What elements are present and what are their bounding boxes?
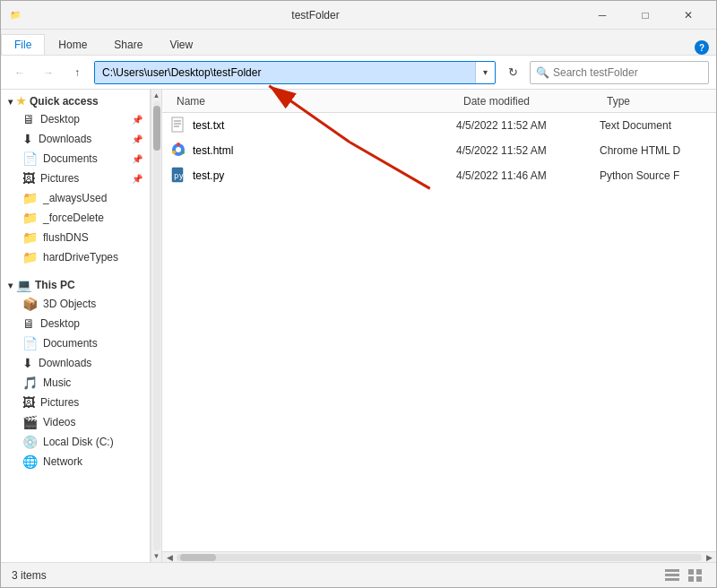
close-button[interactable]: ✕: [668, 1, 709, 30]
sidebar-item-downloads-quick[interactable]: ⬇ Downloads 📌: [1, 129, 150, 149]
file-type-html: Chrome HTML D: [600, 144, 716, 157]
tab-share[interactable]: Share: [100, 34, 156, 55]
search-input[interactable]: [553, 66, 703, 79]
ribbon-tabs: File Home Share View ?: [1, 30, 716, 55]
scroll-up-button[interactable]: ▲: [153, 91, 160, 99]
details-view-button[interactable]: [662, 566, 682, 585]
large-icons-view-button[interactable]: [686, 566, 705, 585]
explorer-window: 📁 testFolder ─ □ ✕ File Home Share View …: [0, 0, 717, 588]
svg-point-5: [176, 147, 181, 152]
sidebar-item-flushdns[interactable]: 📁 flushDNS: [1, 228, 150, 247]
file-type-txt: Text Document: [600, 119, 716, 132]
svg-rect-0: [172, 117, 183, 132]
sidebar-item-localdisk[interactable]: 💿 Local Disk (C:): [1, 432, 150, 452]
file-date-py: 4/5/2022 11:46 AM: [456, 169, 600, 182]
sidebar-item-desktop-pc[interactable]: 🖥 Desktop: [1, 314, 150, 333]
table-row[interactable]: test.html 4/5/2022 11:52 AM Chrome HTML …: [162, 138, 716, 163]
pictures-icon: 🖼: [22, 171, 35, 186]
horizontal-scrollbar[interactable]: ◀ ▶: [162, 551, 716, 562]
file-date-txt: 4/5/2022 11:52 AM: [456, 119, 600, 132]
col-header-name[interactable]: Name: [169, 95, 456, 108]
h-scroll-left[interactable]: ◀: [164, 552, 175, 562]
table-row[interactable]: test.txt 4/5/2022 11:52 AM Text Document: [162, 113, 716, 138]
view-controls: [662, 566, 705, 585]
svg-rect-17: [696, 576, 702, 582]
svg-rect-15: [696, 569, 702, 575]
sidebar-item-documents-pc[interactable]: 📄 Documents: [1, 333, 150, 353]
file-icon-html: [169, 142, 187, 160]
folder-icon-3: 📁: [22, 230, 38, 245]
sidebar-item-documents-quick[interactable]: 📄 Documents 📌: [1, 149, 150, 169]
forward-button[interactable]: →: [37, 61, 60, 84]
downloads-icon: ⬇: [22, 132, 33, 146]
help-icon[interactable]: ?: [695, 40, 709, 55]
svg-rect-14: [688, 569, 694, 575]
back-button[interactable]: ←: [8, 61, 31, 84]
file-name-py: test.py: [187, 169, 456, 182]
sidebar-item-pictures-quick[interactable]: 🖼 Pictures 📌: [1, 169, 150, 188]
folder-icon-4: 📁: [22, 250, 38, 264]
this-pc-header[interactable]: ▾ 💻 This PC: [1, 272, 150, 294]
file-name-txt: test.txt: [187, 119, 456, 132]
title-bar-controls: ─ □ ✕: [582, 1, 709, 30]
h-scroll-thumb[interactable]: [180, 554, 216, 561]
sidebar-item-downloads-pc[interactable]: ⬇ Downloads: [1, 353, 150, 373]
tab-file[interactable]: File: [1, 34, 45, 55]
svg-point-8: [172, 151, 176, 154]
sidebar-item-3dobjects[interactable]: 📦 3D Objects: [1, 294, 150, 314]
sidebar-item-alwaysused[interactable]: 📁 _alwaysUsed: [1, 188, 150, 208]
localdisk-icon: 💿: [22, 435, 38, 449]
search-icon: 🔍: [536, 66, 549, 79]
sidebar-scrollbar[interactable]: ▲ ▼: [151, 90, 161, 562]
sidebar-item-network[interactable]: 🌐 Network: [1, 452, 150, 471]
tab-home[interactable]: Home: [45, 34, 100, 55]
scroll-down-button[interactable]: ▼: [153, 552, 160, 560]
window-icon: 📁: [8, 8, 22, 22]
search-box: 🔍: [530, 61, 709, 84]
address-row: ← → ↑ C:\Users\user\Desktop\testFolder ▾…: [1, 56, 716, 90]
svg-rect-12: [665, 574, 679, 576]
pictures-pc-icon: 🖼: [22, 395, 35, 410]
col-header-type[interactable]: Type: [600, 95, 716, 108]
sidebar-item-videos[interactable]: 🎬 Videos: [1, 412, 150, 432]
downloads-pc-icon: ⬇: [22, 356, 33, 370]
sidebar-item-forcedelete[interactable]: 📁 _forceDelete: [1, 208, 150, 228]
pin-icon-pic: 📌: [132, 174, 143, 184]
svg-rect-11: [665, 569, 679, 572]
h-scroll-right[interactable]: ▶: [704, 552, 714, 562]
maximize-button[interactable]: □: [625, 1, 666, 30]
sidebar-item-desktop-quick[interactable]: 🖥 Desktop 📌: [1, 109, 150, 129]
pin-icon-doc: 📌: [132, 154, 143, 164]
sidebar: ▾ ★ Quick access 🖥 Desktop 📌 ⬇ Downloads…: [1, 90, 151, 562]
address-dropdown[interactable]: ▾: [475, 62, 495, 83]
title-bar-title: testFolder: [22, 9, 582, 22]
title-bar-icons: 📁: [8, 8, 22, 22]
documents-icon: 📄: [22, 151, 38, 166]
file-name-html: test.html: [187, 144, 456, 157]
videos-icon: 🎬: [22, 415, 38, 429]
refresh-button[interactable]: ↻: [501, 61, 524, 84]
table-row[interactable]: py test.py 4/5/2022 11:46 AM Python Sour…: [162, 163, 716, 188]
status-bar: 3 items: [1, 562, 716, 587]
scroll-thumb[interactable]: [153, 106, 160, 151]
file-date-html: 4/5/2022 11:52 AM: [456, 144, 600, 157]
file-list: test.txt 4/5/2022 11:52 AM Text Document: [162, 113, 716, 551]
sidebar-item-pictures-pc[interactable]: 🖼 Pictures: [1, 393, 150, 412]
address-bar[interactable]: C:\Users\user\Desktop\testFolder ▾: [94, 61, 496, 84]
scroll-track: [153, 101, 160, 550]
pin-icon-dl: 📌: [132, 134, 143, 144]
quick-access-header[interactable]: ▾ ★ Quick access: [1, 90, 150, 109]
h-scroll-track: [177, 554, 702, 561]
address-path[interactable]: C:\Users\user\Desktop\testFolder: [95, 62, 475, 83]
minimize-button[interactable]: ─: [582, 1, 623, 30]
documents-pc-icon: 📄: [22, 336, 38, 350]
col-header-date[interactable]: Date modified: [456, 95, 600, 108]
svg-point-7: [181, 151, 185, 154]
up-button[interactable]: ↑: [65, 61, 89, 84]
tab-view[interactable]: View: [156, 34, 206, 55]
sidebar-item-music[interactable]: 🎵 Music: [1, 373, 150, 393]
music-icon: 🎵: [22, 376, 38, 390]
sidebar-item-harddrivetypes[interactable]: 📁 hardDriveTypes: [1, 247, 150, 267]
file-type-py: Python Source F: [600, 169, 716, 182]
folder-icon-2: 📁: [22, 211, 38, 225]
